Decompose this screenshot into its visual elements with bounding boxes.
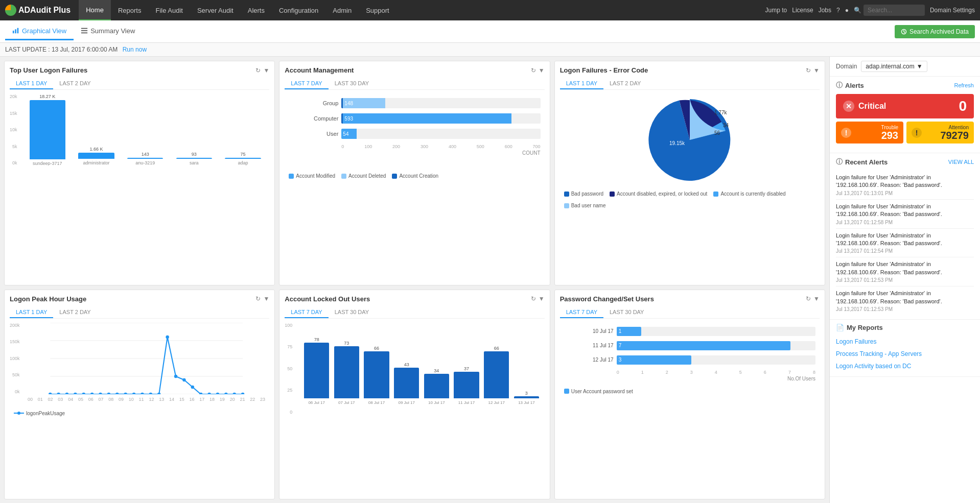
- app-logo[interactable]: ADAudit Plus: [5, 5, 71, 16]
- chart-controls-logon: ↻ ▼: [255, 67, 269, 74]
- summary-view-btn[interactable]: Summary View: [74, 23, 142, 40]
- tab-errors-2day[interactable]: LAST 2 DAY: [603, 78, 647, 89]
- nav-file-audit[interactable]: File Audit: [148, 0, 190, 20]
- trouble-box[interactable]: ! Trouble 293: [836, 122, 903, 143]
- nav-configuration[interactable]: Configuration: [272, 0, 325, 20]
- alert-critical-box[interactable]: ✕ Critical 0: [836, 94, 974, 118]
- dropdown-acct-mgmt-icon[interactable]: ▼: [539, 67, 545, 74]
- recent-alert-time: Jul 13,2017 01:12:53 PM: [836, 306, 974, 312]
- archive-icon: [901, 29, 907, 35]
- nav-alerts[interactable]: Alerts: [241, 0, 272, 20]
- legend-creation: Account Creation: [399, 173, 438, 179]
- acct-mgmt-legend: Account Modified Account Deleted Account…: [285, 171, 544, 181]
- legend-deleted: Account Deleted: [348, 173, 386, 179]
- dropdown-locked-icon[interactable]: ▼: [539, 295, 545, 302]
- search-archived-btn[interactable]: Search Archived Data: [895, 25, 975, 38]
- svg-rect-3: [81, 28, 87, 29]
- svg-point-37: [241, 392, 244, 394]
- tab-locked-30day[interactable]: LAST 30 DAY: [329, 307, 375, 318]
- y-axis-label-10k: 10k: [10, 127, 17, 132]
- chart-account-mgmt: Account Management ↻ ▼ LAST 7 DAY LAST 3…: [279, 61, 550, 285]
- refresh-password-icon[interactable]: ↻: [806, 295, 811, 302]
- domain-label: Domain: [836, 63, 857, 70]
- my-reports-link[interactable]: Process Tracking - App Servers: [836, 348, 974, 360]
- svg-rect-5: [81, 33, 87, 34]
- svg-point-28: [166, 335, 169, 338]
- alerts-section: ⓘ Alerts Refresh ✕ Critical 0 ! Trouble: [830, 77, 980, 153]
- nav-support[interactable]: Support: [359, 0, 396, 20]
- svg-rect-0: [13, 31, 14, 33]
- svg-point-16: [65, 392, 68, 394]
- logon-bar-fill: [30, 100, 65, 159]
- logon-bar-value: 18.27 K: [39, 94, 55, 99]
- graphical-view-btn[interactable]: Graphical View: [5, 23, 74, 40]
- run-now-link[interactable]: Run now: [123, 46, 147, 53]
- refresh-logon-errors-icon[interactable]: ↻: [806, 67, 811, 74]
- refresh-peak-icon[interactable]: ↻: [255, 295, 261, 302]
- tab-locked-7day[interactable]: LAST 7 DAY: [285, 307, 328, 318]
- recent-alert-time: Jul 13,2017 01:12:53 PM: [836, 277, 974, 283]
- chart-controls-peak: ↻ ▼: [255, 295, 269, 302]
- nav-home[interactable]: Home: [79, 0, 111, 20]
- svg-point-34: [216, 392, 219, 394]
- peak-legend-label: logonPeakUsage: [26, 411, 65, 416]
- user-icon[interactable]: ●: [845, 7, 849, 14]
- my-reports-link[interactable]: Logon Activity based on DC: [836, 360, 974, 372]
- help-icon[interactable]: ?: [836, 7, 840, 14]
- dropdown-password-icon[interactable]: ▼: [813, 295, 820, 302]
- refresh-locked-icon[interactable]: ↻: [531, 295, 536, 302]
- my-reports-link[interactable]: Logon Failures: [836, 336, 974, 348]
- tab-password-7day[interactable]: LAST 7 DAY: [560, 307, 603, 318]
- chart-title-acct-mgmt: Account Management: [285, 66, 354, 74]
- dropdown-peak-icon[interactable]: ▼: [263, 295, 269, 302]
- attention-count: 79279: [940, 130, 969, 140]
- alerts-refresh-link[interactable]: Refresh: [954, 82, 974, 88]
- chart-controls-acct-mgmt: ↻ ▼: [531, 67, 545, 74]
- trouble-icon: !: [841, 128, 851, 138]
- pie-legend-bad-pwd: Bad password: [571, 191, 603, 197]
- svg-point-23: [124, 392, 127, 394]
- jobs-link[interactable]: Jobs: [819, 7, 831, 14]
- attention-box[interactable]: ! Attention 79279: [906, 122, 974, 143]
- password-legend: User Account password set: [560, 387, 820, 396]
- domain-value[interactable]: adap.internal.com ▼: [861, 61, 927, 72]
- dropdown-logon-icon[interactable]: ▼: [263, 67, 269, 74]
- license-link[interactable]: License: [792, 7, 813, 14]
- recent-alerts-list: Login failure for User 'Administrator' i…: [836, 171, 974, 315]
- jump-to-link[interactable]: Jump to: [765, 7, 787, 14]
- svg-point-22: [115, 392, 119, 394]
- y-axis-label-5k: 5k: [12, 144, 17, 149]
- last-update-text: LAST UPDATE : 13 Jul, 2017 6:00:00 AM: [5, 46, 118, 53]
- svg-point-35: [224, 392, 227, 394]
- tab-peak-2day[interactable]: LAST 2 DAY: [53, 307, 97, 318]
- pie-label-177k: 1.77k: [714, 110, 727, 115]
- svg-point-39: [17, 412, 20, 415]
- chart-controls-password: ↻ ▼: [806, 295, 820, 302]
- pie-label-56: 56: [714, 130, 720, 136]
- tab-acct-mgmt-30day[interactable]: LAST 30 DAY: [329, 78, 375, 89]
- tab-password-30day[interactable]: LAST 30 DAY: [603, 307, 650, 318]
- dropdown-logon-errors-icon[interactable]: ▼: [813, 67, 820, 74]
- view-all-link[interactable]: VIEW ALL: [948, 159, 974, 165]
- tab-acct-mgmt-7day[interactable]: LAST 7 DAY: [285, 78, 328, 89]
- top-search-input[interactable]: [864, 5, 925, 16]
- domain-settings-link[interactable]: Domain Settings: [930, 7, 975, 14]
- refresh-acct-mgmt-icon[interactable]: ↻: [531, 67, 536, 74]
- refresh-logon-icon[interactable]: ↻: [255, 67, 261, 74]
- domain-dropdown-icon[interactable]: ▼: [917, 63, 923, 70]
- tab-peak-1day[interactable]: LAST 1 DAY: [10, 307, 53, 318]
- logon-bar-value: 93: [192, 152, 197, 157]
- alerts-info-icon: ⓘ: [836, 81, 843, 90]
- pie-label-34: 34: [723, 123, 729, 128]
- chart-title-locked: Account Locked Out Users: [285, 295, 370, 303]
- tab-logon-1day[interactable]: LAST 1 DAY: [10, 78, 53, 89]
- nav-reports[interactable]: Reports: [111, 0, 149, 20]
- logon-bar-label: administrator: [83, 160, 109, 165]
- nav-server-audit[interactable]: Server Audit: [190, 0, 241, 20]
- tab-logon-2day[interactable]: LAST 2 DAY: [53, 78, 97, 89]
- svg-point-18: [82, 392, 85, 394]
- tab-errors-1day[interactable]: LAST 1 DAY: [560, 78, 603, 89]
- recent-alert-time: Jul 13,2017 01:12:58 PM: [836, 220, 974, 225]
- sub-nav-left: Graphical View Summary View: [5, 23, 142, 40]
- nav-admin[interactable]: Admin: [325, 0, 359, 20]
